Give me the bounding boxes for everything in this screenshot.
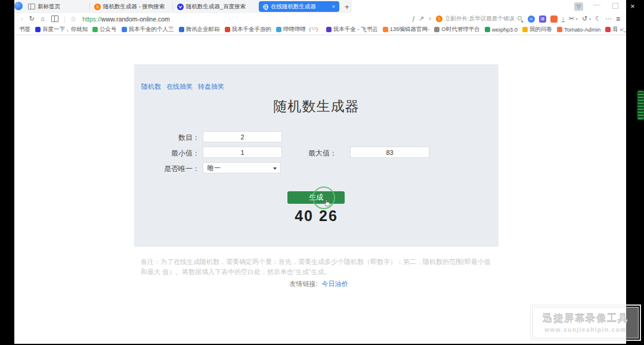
watermark-inner-frame: 迅捷屏幕录像工具 www.xunjieshipin.com bbox=[532, 307, 639, 338]
friend-links-label: 友情链接: bbox=[289, 280, 317, 287]
bookmark-label: 公众号 bbox=[100, 26, 117, 33]
url-scheme: https:// bbox=[82, 15, 101, 23]
translate-icon[interactable]: 译 bbox=[539, 15, 546, 23]
unique-select[interactable]: 唯一 bbox=[203, 162, 281, 173]
card-nav-links: 随机数在线抽奖转盘抽奖 bbox=[141, 82, 224, 91]
bookmark-label: 135编辑器官网- bbox=[390, 26, 430, 33]
battery-charge-indicator bbox=[637, 91, 644, 120]
bookmark-favicon bbox=[179, 27, 184, 32]
bookmark-label: 我的问卷 bbox=[530, 26, 552, 33]
tab-sogou-search[interactable]: S 随机数生成器 - 搜狗搜索 bbox=[90, 0, 172, 13]
chevron-down-icon[interactable]: ▾ bbox=[589, 17, 591, 21]
search-icon[interactable] bbox=[517, 15, 524, 22]
bookmark-star-icon[interactable]: ☆ bbox=[70, 15, 77, 23]
extension-blue-icon[interactable]: ∞ bbox=[528, 15, 535, 23]
max-input[interactable] bbox=[350, 147, 429, 158]
recorder-watermark: 迅捷屏幕录像工具 www.xunjieshipin.com bbox=[530, 304, 641, 341]
history-undo-icon[interactable]: ↺ bbox=[582, 15, 587, 22]
bookmark-label: 我本千金的个人三 bbox=[129, 26, 174, 33]
baidu-icon bbox=[177, 4, 184, 10]
home-icon[interactable]: ⌂ bbox=[41, 15, 45, 22]
refresh-icon[interactable]: ↻ bbox=[29, 15, 35, 22]
generator-card: 随机数在线抽奖转盘抽奖 随机数生成器 数目： 最小值： 最大值： 是否唯一： 唯… bbox=[134, 64, 499, 247]
bookmark-label: weiphp3.0 bbox=[492, 26, 518, 33]
bookmark-item[interactable]: O时代管理平台 bbox=[434, 26, 479, 33]
min-input[interactable] bbox=[203, 147, 282, 158]
page-title: 随机数生成器 bbox=[134, 97, 499, 116]
bookmark-item[interactable]: 我本千金的个人三 bbox=[122, 26, 174, 33]
bookmark-item[interactable]: 书签 bbox=[19, 26, 30, 33]
bookmark-favicon bbox=[326, 27, 332, 32]
hotword-search-box[interactable]: S 立副外长:反华议题是个错误 bbox=[436, 15, 524, 23]
theme-skin-icon[interactable]: ▽ bbox=[574, 2, 583, 11]
download-icon[interactable]: ↓ bbox=[562, 15, 565, 22]
night-mode-moon-icon[interactable]: ☾ bbox=[595, 15, 601, 22]
bookmark-label: 腾讯企业邮箱 bbox=[186, 26, 220, 33]
bookmark-item[interactable]: 腾讯企业邮箱 bbox=[179, 26, 220, 33]
nav-link[interactable]: 转盘抽奖 bbox=[198, 82, 224, 91]
tab-new-page[interactable]: 新标签页 bbox=[24, 0, 89, 13]
nav-link[interactable]: 在线抽奖 bbox=[166, 82, 193, 91]
toolbar-right-cluster: f ↗ ∨ S 立副外长:反华议题是个错误 ∞ 译 ↓ ✂▾ ↺▾ ☾ ⋯ ≡ bbox=[413, 15, 623, 23]
chevron-down-icon[interactable]: ∨ bbox=[428, 17, 432, 21]
share-icon[interactable]: ↗ bbox=[419, 15, 424, 22]
bookmark-item[interactable]: 哔哩哔哩（'-'） bbox=[276, 26, 321, 33]
screenshot-scissors-icon[interactable]: ✂ bbox=[569, 15, 574, 22]
hand-cursor-icon bbox=[323, 198, 331, 207]
bookmark-item[interactable]: 百度一下，你就知 bbox=[35, 26, 88, 33]
font-reader-icon[interactable]: f bbox=[413, 15, 414, 22]
bookmark-item[interactable]: 公众号 bbox=[92, 26, 117, 33]
bookmark-item[interactable]: Tomato-Admin bbox=[557, 26, 600, 33]
bookmark-item[interactable]: 135编辑器官网- bbox=[383, 26, 430, 33]
note-text: 备注：为了在线生成随机数，需要确定两个量：首先，需要生成多少个随机数（即数字）；… bbox=[141, 257, 497, 276]
maximize-button[interactable] bbox=[612, 3, 618, 9]
bookmarks-overflow-chevron[interactable]: » bbox=[617, 26, 623, 33]
bookmark-favicon bbox=[557, 27, 562, 32]
select-caret-icon bbox=[273, 167, 277, 170]
count-input[interactable] bbox=[203, 131, 282, 142]
nav-link[interactable]: 随机数 bbox=[141, 82, 161, 91]
unique-select-value: 唯一 bbox=[208, 164, 221, 172]
tab-baidu-search[interactable]: 随机数生成器_百度搜索 bbox=[173, 0, 255, 13]
bookmark-favicon bbox=[605, 27, 611, 32]
more-options-icon[interactable]: ⋯ bbox=[605, 15, 612, 22]
toolbar-divider bbox=[64, 15, 65, 23]
browser-toolbar: › ↻ ⌂ ☆ https://www.random-online.com f … bbox=[14, 13, 626, 24]
split-view-icon[interactable] bbox=[51, 15, 58, 22]
menu-icon[interactable]: ≡ bbox=[616, 15, 620, 23]
bookmark-favicon bbox=[35, 27, 41, 32]
bookmark-label: 书签 bbox=[19, 26, 30, 33]
bookmark-favicon bbox=[225, 27, 230, 32]
game-center-icon[interactable] bbox=[550, 15, 558, 23]
chevron-down-icon[interactable]: ▾ bbox=[576, 17, 578, 21]
browser-logo-icon[interactable] bbox=[14, 2, 23, 10]
unique-label: 是否唯一： bbox=[134, 164, 200, 174]
sogou-icon: S bbox=[94, 4, 101, 10]
new-tab-button[interactable]: + bbox=[345, 3, 349, 11]
tab-active-random-generator[interactable]: 在线随机数生成器 × bbox=[259, 1, 339, 12]
bookmark-label: 哔哩哔哩（'-'） bbox=[283, 26, 321, 33]
min-label: 最小值： bbox=[134, 148, 200, 158]
tab-close-icon[interactable]: × bbox=[332, 4, 335, 10]
bookmark-item[interactable]: 我本千金手游的 bbox=[225, 26, 272, 33]
bookmark-item[interactable]: 我的问卷 bbox=[522, 26, 552, 33]
friend-links-row: 友情链接: 今日油价 bbox=[141, 279, 497, 288]
minimize-button[interactable]: — bbox=[593, 1, 600, 9]
url-host: www.random-online.com bbox=[101, 15, 170, 23]
globe-icon bbox=[263, 4, 268, 10]
bookmark-item[interactable]: 我本千金 - 飞书云 bbox=[326, 26, 378, 33]
bookmark-favicon bbox=[434, 27, 439, 32]
bookmark-favicon bbox=[92, 27, 98, 32]
tab-label: 新标签页 bbox=[38, 3, 60, 11]
tab-strip: 新标签页 S 随机数生成器 - 搜狗搜索 随机数生成器_百度搜索 在线随机数生成… bbox=[14, 0, 352, 13]
tab-label: 随机数生成器_百度搜索 bbox=[186, 3, 246, 11]
watermark-title: 迅捷屏幕录像工具 bbox=[543, 313, 628, 325]
bookmark-favicon bbox=[383, 27, 388, 32]
forward-icon[interactable]: › bbox=[21, 15, 23, 22]
close-button[interactable]: × bbox=[630, 2, 635, 11]
address-bar[interactable]: https://www.random-online.com bbox=[82, 15, 169, 23]
friend-link-oil-price[interactable]: 今日油价 bbox=[322, 280, 348, 287]
max-label: 最大值： bbox=[277, 148, 337, 158]
watermark-url: www.xunjieshipin.com bbox=[544, 327, 626, 333]
bookmark-item[interactable]: weiphp3.0 bbox=[485, 26, 518, 33]
